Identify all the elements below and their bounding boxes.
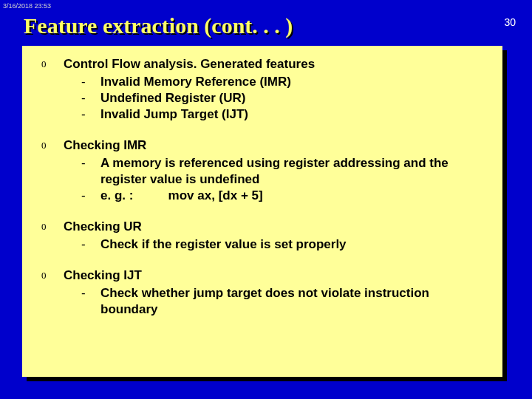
dash-icon [81, 285, 100, 301]
sub-item: Check if the register value is set prope… [41, 236, 488, 253]
timestamp: 3/16/2018 23:53 [3, 2, 51, 10]
sub-item: Check whether jump target does not viola… [41, 285, 488, 318]
sub-text: Undefined Register (UR) [100, 90, 488, 106]
dash-icon [81, 236, 100, 253]
heading-text: Checking IJT [64, 267, 142, 284]
section: Control Flow analysis. Generated feature… [41, 56, 488, 123]
section-heading: Control Flow analysis. Generated feature… [41, 56, 488, 72]
section: Checking IMR A memory is referenced usin… [41, 137, 488, 204]
slide-title: Feature extraction (cont. . . ) [24, 13, 293, 38]
section-heading: Checking IJT [41, 267, 488, 284]
sub-text: Invalid Jump Target (IJT) [100, 106, 488, 123]
bullet-icon [41, 267, 64, 284]
sub-item: Invalid Memory Reference (IMR) [41, 74, 488, 90]
sub-text: Check whether jump target does not viola… [100, 285, 488, 318]
section: Checking IJT Check whether jump target d… [41, 267, 488, 318]
bullet-icon [41, 219, 64, 235]
dash-icon [81, 106, 100, 123]
section-heading: Checking IMR [41, 137, 488, 154]
bullet-icon [41, 56, 64, 72]
sub-text: e. g. : mov ax, [dx + 5] [100, 188, 488, 204]
sub-item: Undefined Register (UR) [41, 90, 488, 106]
page-number: 30 [504, 16, 516, 28]
dash-icon [81, 155, 100, 171]
section-heading: Checking UR [41, 219, 488, 235]
sub-item: Invalid Jump Target (IJT) [41, 106, 488, 123]
sub-text: Check if the register value is set prope… [100, 236, 488, 253]
sub-text: Invalid Memory Reference (IMR) [100, 74, 488, 90]
dash-icon [81, 188, 100, 204]
sub-item: A memory is referenced using register ad… [41, 155, 488, 188]
dash-icon [81, 90, 100, 106]
sub-text: A memory is referenced using register ad… [100, 155, 488, 188]
content-panel: Control Flow analysis. Generated feature… [22, 46, 502, 377]
sub-item: e. g. : mov ax, [dx + 5] [41, 188, 488, 204]
dash-icon [81, 74, 100, 90]
heading-text: Control Flow analysis. Generated feature… [64, 56, 315, 72]
heading-text: Checking UR [64, 219, 142, 235]
section: Checking UR Check if the register value … [41, 219, 488, 253]
heading-text: Checking IMR [64, 137, 146, 154]
bullet-icon [41, 137, 64, 154]
